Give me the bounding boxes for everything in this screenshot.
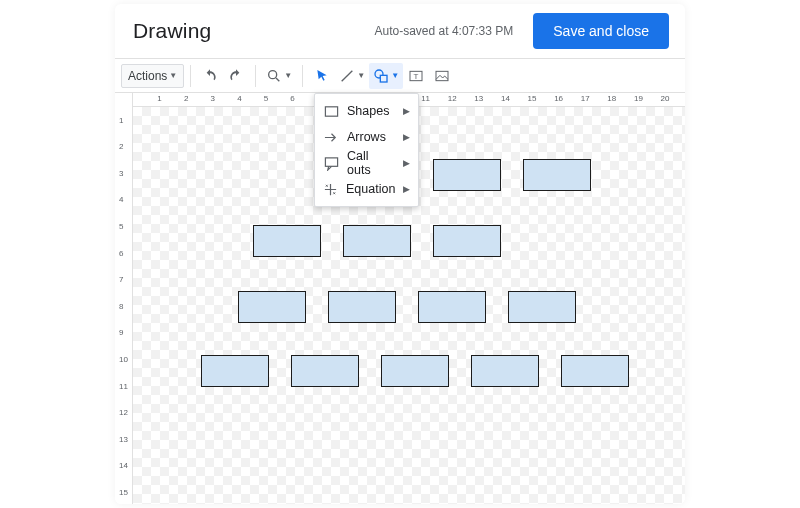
zoom-icon xyxy=(266,68,282,84)
toolbar-separator xyxy=(302,65,303,87)
ruler-number: 1 xyxy=(119,115,123,124)
ruler-number: 3 xyxy=(119,168,123,177)
undo-button[interactable] xyxy=(197,63,223,89)
select-tool-button[interactable] xyxy=(309,63,335,89)
submenu-arrow-icon: ▶ xyxy=(403,158,410,168)
line-tool-button[interactable]: ▼ xyxy=(335,63,369,89)
textbox-tool-button[interactable]: T xyxy=(403,63,429,89)
canvas-rectangle[interactable] xyxy=(381,355,449,387)
canvas-rectangle[interactable] xyxy=(523,159,591,191)
submenu-arrow-icon: ▶ xyxy=(403,132,410,142)
ruler-number: 13 xyxy=(119,434,128,443)
ruler-number: 14 xyxy=(501,94,510,103)
canvas-rectangle[interactable] xyxy=(433,159,501,191)
cursor-icon xyxy=(314,68,330,84)
caret-down-icon: ▼ xyxy=(284,71,292,80)
vertical-ruler: 123456789101112131415 xyxy=(115,93,133,504)
image-icon xyxy=(434,68,450,84)
shape-icon xyxy=(373,68,389,84)
save-and-close-button[interactable]: Save and close xyxy=(533,13,669,49)
canvas-rectangle[interactable] xyxy=(253,225,321,257)
canvas-rectangle[interactable] xyxy=(238,291,306,323)
submenu-arrow-icon: ▶ xyxy=(403,184,410,194)
canvas-rectangle[interactable] xyxy=(471,355,539,387)
ruler-number: 6 xyxy=(119,248,123,257)
callout-icon xyxy=(323,155,339,171)
image-tool-button[interactable] xyxy=(429,63,455,89)
ruler-number: 19 xyxy=(634,94,643,103)
shape-tool-button[interactable]: ▼ xyxy=(369,63,403,89)
toolbar-separator xyxy=(255,65,256,87)
ruler-number: 14 xyxy=(119,461,128,470)
menu-label: Shapes xyxy=(347,104,395,118)
svg-rect-7 xyxy=(436,71,448,80)
ruler-number: 12 xyxy=(448,94,457,103)
canvas-rectangle[interactable] xyxy=(291,355,359,387)
redo-icon xyxy=(228,68,244,84)
submenu-arrow-icon: ▶ xyxy=(403,106,410,116)
ruler-number: 2 xyxy=(184,94,188,103)
ruler-number: 10 xyxy=(119,355,128,364)
line-icon xyxy=(339,68,355,84)
menu-item-callouts[interactable]: Call outs ▶ xyxy=(315,150,418,176)
shape-dropdown-menu: Shapes ▶ Arrows ▶ Call outs ▶ Equation ▶ xyxy=(314,93,419,207)
svg-line-1 xyxy=(276,78,279,81)
ruler-number: 7 xyxy=(119,275,123,284)
ruler-number: 1 xyxy=(157,94,161,103)
ruler-number: 13 xyxy=(474,94,483,103)
menu-label: Equation xyxy=(346,182,395,196)
menu-item-arrows[interactable]: Arrows ▶ xyxy=(315,124,418,150)
arrow-icon xyxy=(323,129,339,145)
ruler-number: 9 xyxy=(119,328,123,337)
ruler-number: 20 xyxy=(661,94,670,103)
menu-item-equation[interactable]: Equation ▶ xyxy=(315,176,418,202)
canvas-rectangle[interactable] xyxy=(343,225,411,257)
menu-label: Arrows xyxy=(347,130,395,144)
svg-point-0 xyxy=(269,70,277,78)
ruler-number: 15 xyxy=(528,94,537,103)
ruler-number: 15 xyxy=(119,488,128,497)
rectangle-icon xyxy=(323,103,339,119)
caret-down-icon: ▼ xyxy=(357,71,365,80)
ruler-number: 6 xyxy=(290,94,294,103)
ruler-number: 18 xyxy=(607,94,616,103)
equation-icon xyxy=(323,181,338,197)
ruler-number: 4 xyxy=(119,195,123,204)
redo-button[interactable] xyxy=(223,63,249,89)
ruler-number: 5 xyxy=(264,94,268,103)
textbox-icon: T xyxy=(408,68,424,84)
actions-label: Actions xyxy=(128,69,167,83)
canvas-rectangle[interactable] xyxy=(508,291,576,323)
canvas-area: 123456789101112131415161718192021 123456… xyxy=(115,93,685,504)
ruler-number: 16 xyxy=(554,94,563,103)
actions-menu-button[interactable]: Actions ▼ xyxy=(121,64,184,88)
svg-text:T: T xyxy=(414,72,419,81)
svg-rect-4 xyxy=(381,75,388,82)
menu-label: Call outs xyxy=(347,149,395,177)
drawing-dialog: Drawing Auto-saved at 4:07:33 PM Save an… xyxy=(115,4,685,504)
dialog-title: Drawing xyxy=(133,19,211,43)
toolbar-separator xyxy=(190,65,191,87)
canvas-rectangle[interactable] xyxy=(433,225,501,257)
menu-item-shapes[interactable]: Shapes ▶ xyxy=(315,98,418,124)
svg-line-2 xyxy=(342,70,353,81)
canvas-rectangle[interactable] xyxy=(418,291,486,323)
zoom-button[interactable]: ▼ xyxy=(262,63,296,89)
ruler-number: 17 xyxy=(581,94,590,103)
canvas-rectangle[interactable] xyxy=(328,291,396,323)
ruler-number: 3 xyxy=(211,94,215,103)
svg-rect-9 xyxy=(325,157,337,165)
ruler-number: 4 xyxy=(237,94,241,103)
ruler-number: 11 xyxy=(421,94,430,103)
svg-rect-8 xyxy=(325,106,337,115)
canvas-rectangle[interactable] xyxy=(561,355,629,387)
ruler-number: 5 xyxy=(119,222,123,231)
caret-down-icon: ▼ xyxy=(391,71,399,80)
autosave-status: Auto-saved at 4:07:33 PM xyxy=(375,24,514,38)
caret-down-icon: ▼ xyxy=(169,71,177,80)
undo-icon xyxy=(202,68,218,84)
ruler-number: 11 xyxy=(119,381,128,390)
ruler-number: 2 xyxy=(119,142,123,151)
canvas-rectangle[interactable] xyxy=(201,355,269,387)
titlebar: Drawing Auto-saved at 4:07:33 PM Save an… xyxy=(115,4,685,58)
